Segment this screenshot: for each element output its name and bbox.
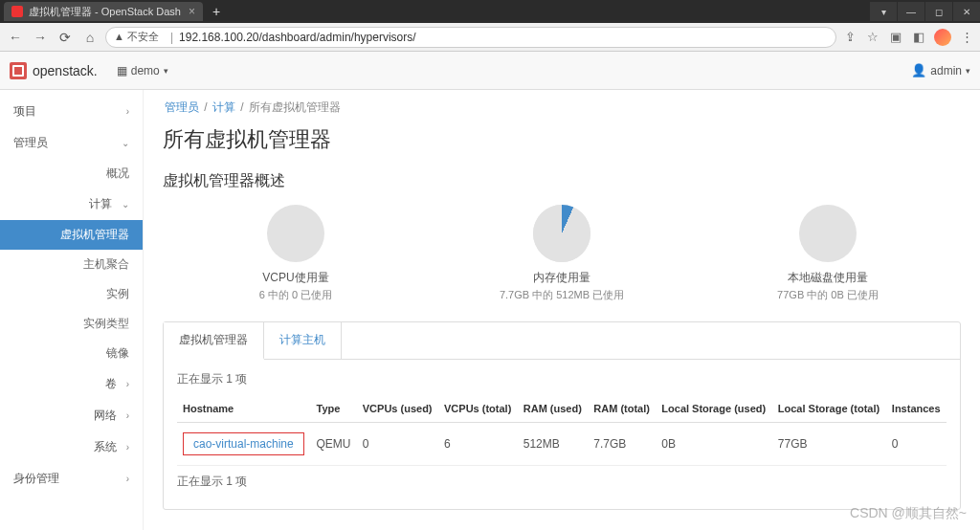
sidebar-item-compute[interactable]: 计算⌄ xyxy=(0,188,143,220)
window-minimize[interactable]: ― xyxy=(898,2,924,21)
brand-logo[interactable]: openstack. xyxy=(10,62,98,79)
browser-tab-bar: 虚拟机管理器 - OpenStack Dash × + ▾ ― ◻ ✕ xyxy=(0,0,980,23)
showing-count-top: 正在显示 1 项 xyxy=(177,371,947,387)
chart-title: VCPU使用量 xyxy=(200,270,391,286)
app-header: openstack. ▦ demo ▾ 👤 admin ▾ xyxy=(0,52,980,90)
extension-icon[interactable]: ▣ xyxy=(888,30,903,45)
profile-avatar-icon[interactable] xyxy=(934,29,951,46)
th-ram-total[interactable]: RAM (total) xyxy=(588,395,656,423)
showing-count-bottom: 正在显示 1 项 xyxy=(177,474,947,490)
breadcrumb: 管理员 / 计算 / 所有虚拟机管理器 xyxy=(163,99,961,116)
sidebar-item-flavors[interactable]: 实例类型 xyxy=(0,309,143,339)
menu-icon[interactable]: ⋮ xyxy=(959,30,974,45)
chart-sub: 77GB 中的 0B 已使用 xyxy=(732,288,924,302)
chevron-down-icon: ⌄ xyxy=(122,199,129,210)
chart-title: 内存使用量 xyxy=(466,270,657,286)
brand-text: openstack. xyxy=(33,63,98,78)
sidebar-item-instances[interactable]: 实例 xyxy=(0,279,143,309)
main-content: 管理员 / 计算 / 所有虚拟机管理器 所有虚拟机管理器 虚拟机管理器概述 VC… xyxy=(144,90,980,530)
chevron-right-icon: › xyxy=(126,106,129,117)
user-name: admin xyxy=(930,64,962,77)
url-text: 192.168.100.20/dashboard/admin/hyperviso… xyxy=(179,31,416,44)
nav-home-icon[interactable]: ⌂ xyxy=(80,28,100,47)
sidebar-item-system[interactable]: 系统› xyxy=(0,431,143,463)
sidebar-item-network[interactable]: 网络› xyxy=(0,400,143,431)
highlight-box: cao-virtual-machine xyxy=(183,432,304,455)
sub-title: 虚拟机管理器概述 xyxy=(163,171,961,191)
th-vcpus-total[interactable]: VCPUs (total) xyxy=(438,395,518,423)
cell-instances: 0 xyxy=(886,423,947,466)
openstack-logo-icon xyxy=(10,62,27,79)
cell-ram-used: 512MB xyxy=(518,423,589,466)
pie-icon xyxy=(533,205,590,262)
sidebar-item-identity[interactable]: 身份管理› xyxy=(0,463,143,495)
page-title: 所有虚拟机管理器 xyxy=(163,125,961,154)
nav-forward-icon[interactable]: → xyxy=(31,28,50,47)
pie-icon xyxy=(267,205,324,262)
window-spacer[interactable]: ▾ xyxy=(870,2,897,21)
sidebar-item-hypervisors[interactable]: 虚拟机管理器 xyxy=(0,220,143,250)
th-hostname[interactable]: Hostname xyxy=(177,395,311,423)
sidebar-item-admin[interactable]: 管理员⌄ xyxy=(0,127,143,159)
th-instances[interactable]: Instances xyxy=(886,395,947,423)
favicon xyxy=(11,6,23,17)
close-tab-icon[interactable]: × xyxy=(181,5,195,18)
sidebar-item-volumes[interactable]: 卷› xyxy=(0,368,143,400)
chevron-right-icon: › xyxy=(126,474,129,484)
chevron-down-icon: ▾ xyxy=(966,66,970,76)
tabs-container: 虚拟机管理器 计算主机 正在显示 1 项 Hostname Type VCPUs… xyxy=(163,321,961,510)
star-icon[interactable]: ☆ xyxy=(865,30,880,45)
chart-memory: 内存使用量 7.7GB 中的 512MB 已使用 xyxy=(466,205,657,302)
window-close[interactable]: ✕ xyxy=(953,2,980,21)
chart-sub: 7.7GB 中的 512MB 已使用 xyxy=(466,288,657,302)
share-icon[interactable]: ⇪ xyxy=(842,30,858,45)
chevron-right-icon: › xyxy=(126,410,129,421)
th-vcpus-used[interactable]: VCPUs (used) xyxy=(357,395,438,423)
crumb-admin[interactable]: 管理员 xyxy=(165,100,199,114)
project-icon: ▦ xyxy=(117,64,127,77)
project-selector[interactable]: ▦ demo ▾ xyxy=(117,64,168,77)
th-ram-used[interactable]: RAM (used) xyxy=(518,395,589,423)
chart-disk: 本地磁盘使用量 77GB 中的 0B 已使用 xyxy=(732,205,924,302)
crumb-compute[interactable]: 计算 xyxy=(212,100,235,114)
chevron-down-icon: ⌄ xyxy=(122,138,129,148)
url-input[interactable]: ▲ 不安全 | 192.168.100.20/dashboard/admin/h… xyxy=(105,27,836,48)
table-row: cao-virtual-machine QEMU 0 6 512MB 7.7GB… xyxy=(177,423,947,466)
chevron-right-icon: › xyxy=(126,379,129,389)
sidebar-item-overview[interactable]: 概况 xyxy=(0,159,143,188)
cell-type: QEMU xyxy=(311,423,357,466)
chart-title: 本地磁盘使用量 xyxy=(732,270,924,286)
nav-reload-icon[interactable]: ⟳ xyxy=(56,28,75,47)
tab-compute-host[interactable]: 计算主机 xyxy=(264,322,342,359)
sidebar-item-images[interactable]: 镜像 xyxy=(0,339,143,368)
browser-tab[interactable]: 虚拟机管理器 - OpenStack Dash × xyxy=(4,2,203,21)
user-icon: 👤 xyxy=(911,63,926,77)
nav-back-icon[interactable]: ← xyxy=(6,28,25,47)
sidebar-item-host-aggregates[interactable]: 主机聚合 xyxy=(0,250,143,279)
hostname-link[interactable]: cao-virtual-machine xyxy=(193,437,294,451)
user-menu[interactable]: 👤 admin ▾ xyxy=(911,63,970,77)
tab-title: 虚拟机管理器 - OpenStack Dash xyxy=(29,5,181,19)
chevron-down-icon: ▾ xyxy=(164,66,168,76)
tab-hypervisor[interactable]: 虚拟机管理器 xyxy=(164,322,264,360)
ext2-icon[interactable]: ◧ xyxy=(911,30,926,45)
th-local-total[interactable]: Local Storage (total) xyxy=(772,395,886,423)
th-type[interactable]: Type xyxy=(311,395,357,423)
cell-vcpus-total: 6 xyxy=(438,423,518,466)
sidebar-item-project[interactable]: 项目› xyxy=(0,96,143,127)
insecure-warning-icon: ▲ 不安全 xyxy=(114,30,159,44)
cell-local-used: 0B xyxy=(656,423,771,466)
chevron-right-icon: › xyxy=(126,442,129,453)
window-maximize[interactable]: ◻ xyxy=(925,2,952,21)
th-local-used[interactable]: Local Storage (used) xyxy=(656,395,771,423)
address-bar: ← → ⟳ ⌂ ▲ 不安全 | 192.168.100.20/dashboard… xyxy=(0,23,980,52)
hypervisor-table: Hostname Type VCPUs (used) VCPUs (total)… xyxy=(177,395,947,466)
project-name: demo xyxy=(131,64,160,77)
pie-icon xyxy=(799,205,857,262)
cell-vcpus-used: 0 xyxy=(357,423,438,466)
chart-vcpu: VCPU使用量 6 中的 0 已使用 xyxy=(200,205,391,302)
crumb-current: 所有虚拟机管理器 xyxy=(249,100,341,114)
new-tab-button[interactable]: + xyxy=(203,4,230,19)
cell-ram-total: 7.7GB xyxy=(588,423,656,466)
summary-charts: VCPU使用量 6 中的 0 已使用 内存使用量 7.7GB 中的 512MB … xyxy=(163,205,961,302)
